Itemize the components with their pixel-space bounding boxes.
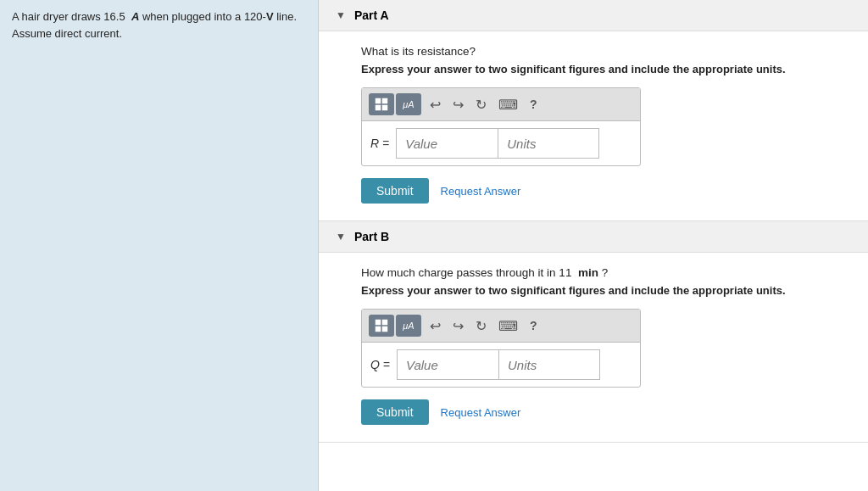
part-b-mu-button[interactable]: μΑ — [396, 315, 421, 337]
part-a-toolbar: μΑ ↩ ↪ ↻ ⌨ ? — [362, 88, 640, 121]
svg-rect-5 — [382, 320, 387, 325]
svg-rect-1 — [382, 98, 387, 103]
problem-description: A hair dryer draws 16.5 A when plugged i… — [0, 0, 318, 491]
part-a-request-answer-link[interactable]: Request Answer — [441, 185, 521, 198]
part-b-instruction: Express your answer to two significant f… — [361, 284, 826, 297]
part-b-label: Part B — [354, 230, 389, 243]
part-b-collapse-arrow: ▼ — [336, 231, 346, 243]
part-b-submit-button[interactable]: Submit — [361, 399, 429, 425]
answer-panel: ▼ Part A What is its resistance? Express… — [318, 0, 868, 491]
part-b-body: How much charge passes through it in 11 … — [319, 253, 868, 442]
part-a-variable-label: R = — [370, 137, 389, 150]
part-b-keyboard-button[interactable]: ⌨ — [495, 316, 521, 336]
part-b-help-button[interactable]: ? — [526, 317, 541, 334]
part-b-units-input[interactable] — [498, 349, 600, 380]
part-a-redo-button[interactable]: ↪ — [449, 95, 467, 114]
part-a-submit-button[interactable]: Submit — [361, 178, 429, 204]
svg-rect-7 — [382, 326, 387, 332]
part-a-format-buttons: μΑ — [369, 93, 421, 115]
part-b-request-answer-link[interactable]: Request Answer — [441, 406, 521, 419]
part-b-header[interactable]: ▼ Part B — [319, 221, 868, 253]
part-b-refresh-button[interactable]: ↻ — [472, 316, 490, 336]
part-b-input-row: Q = — [362, 343, 640, 387]
part-a-grid-button[interactable] — [369, 93, 394, 115]
part-b-question: How much charge passes through it in 11 … — [361, 266, 826, 279]
grid-icon — [375, 98, 388, 111]
part-a-actions: Submit Request Answer — [361, 178, 826, 204]
part-b-undo-button[interactable]: ↩ — [426, 316, 444, 336]
part-a-help-button[interactable]: ? — [526, 96, 541, 113]
part-a-section: ▼ Part A What is its resistance? Express… — [319, 0, 868, 221]
problem-text: A hair dryer draws 16.5 A when plugged i… — [12, 10, 297, 40]
part-b-format-buttons: μΑ — [369, 315, 421, 337]
grid-icon — [375, 319, 388, 332]
part-b-redo-button[interactable]: ↪ — [449, 316, 467, 336]
part-b-variable-label: Q = — [370, 358, 390, 371]
part-a-instruction: Express your answer to two significant f… — [361, 63, 826, 75]
svg-rect-4 — [376, 320, 381, 325]
part-b-actions: Submit Request Answer — [361, 399, 826, 425]
part-b-answer-box: μΑ ↩ ↪ ↻ ⌨ ? Q = — [361, 309, 641, 388]
part-b-value-input[interactable] — [397, 349, 498, 380]
part-a-collapse-arrow: ▼ — [336, 9, 346, 21]
part-b-section: ▼ Part B How much charge passes through … — [319, 221, 868, 443]
part-b-toolbar: μΑ ↩ ↪ ↻ ⌨ ? — [362, 310, 640, 343]
part-b-grid-button[interactable] — [369, 315, 394, 337]
svg-rect-3 — [382, 105, 387, 110]
svg-rect-2 — [376, 105, 381, 110]
svg-rect-0 — [376, 98, 381, 103]
part-a-keyboard-button[interactable]: ⌨ — [495, 95, 521, 114]
part-a-answer-box: μΑ ↩ ↪ ↻ ⌨ ? R = — [361, 87, 641, 166]
part-a-mu-button[interactable]: μΑ — [396, 93, 421, 115]
part-a-header[interactable]: ▼ Part A — [319, 0, 868, 31]
part-a-refresh-button[interactable]: ↻ — [472, 95, 490, 114]
svg-rect-6 — [376, 326, 381, 332]
part-a-body: What is its resistance? Express your ans… — [319, 31, 868, 220]
part-a-undo-button[interactable]: ↩ — [426, 95, 444, 114]
part-a-question: What is its resistance? — [361, 45, 826, 58]
part-a-label: Part A — [354, 8, 389, 22]
part-a-input-row: R = — [362, 121, 640, 165]
part-a-units-input[interactable] — [498, 128, 599, 159]
part-a-value-input[interactable] — [396, 128, 498, 159]
